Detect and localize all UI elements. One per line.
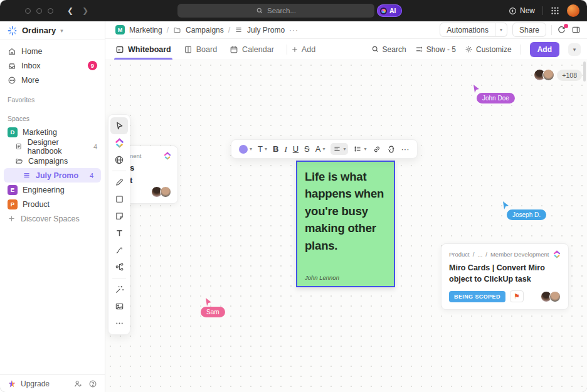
automations-button[interactable]: Automations <box>440 23 495 37</box>
divider <box>287 45 287 55</box>
breadcrumb-more-icon[interactable]: ··· <box>289 26 299 34</box>
breadcrumb-folder[interactable]: Campaigns <box>186 26 224 34</box>
forward-icon[interactable]: ❯ <box>82 6 88 15</box>
customize-button[interactable]: Customize <box>465 45 512 54</box>
invite-user-icon[interactable] <box>73 379 82 388</box>
window-minimize-icon[interactable] <box>36 8 42 14</box>
more-format-button[interactable]: ··· <box>401 144 410 154</box>
vertical-scrollbar[interactable] <box>583 61 586 82</box>
status-badge[interactable]: BEING SCOPED <box>449 291 505 302</box>
image-tool[interactable] <box>110 298 128 315</box>
strikethrough-button[interactable]: S <box>304 144 310 154</box>
global-search-input[interactable]: Search... <box>177 4 374 18</box>
bold-button[interactable]: B <box>273 144 278 154</box>
link-button[interactable] <box>373 145 381 154</box>
italic-button[interactable]: I <box>284 144 287 154</box>
sidebar-item-designer-handbook[interactable]: Designer handbook 4 <box>0 139 105 154</box>
swap-arrows-icon <box>387 145 396 154</box>
show-filter-button[interactable]: Show - 5 <box>415 45 456 54</box>
workspace-logo-icon <box>8 26 18 36</box>
upgrade-label[interactable]: Upgrade <box>21 379 50 388</box>
view-search-button[interactable]: Search <box>371 45 406 54</box>
window-close-icon[interactable] <box>25 8 31 14</box>
apps-grid-icon[interactable] <box>551 6 559 15</box>
add-options-button[interactable]: ▾ <box>568 43 581 56</box>
space-avatar: P <box>8 199 18 209</box>
clickup-logo-icon <box>164 152 171 160</box>
whiteboard-canvas[interactable]: +108 John Doe Joseph D. Sam pment ns nt <box>105 60 587 392</box>
window-controls[interactable] <box>25 8 53 14</box>
sidebar-item-more[interactable]: More <box>0 73 105 87</box>
cursor-label-sam: Sam <box>201 307 225 317</box>
automations-chevron-button[interactable]: ▾ <box>495 23 507 37</box>
breadcrumb-list[interactable]: July Promo <box>247 26 285 34</box>
ai-button[interactable]: AI <box>377 4 402 17</box>
sticky-note-tool[interactable] <box>110 208 128 225</box>
chevron-down-icon: ▾ <box>60 28 63 34</box>
mind-map-tool[interactable] <box>110 258 128 275</box>
tab-calendar[interactable]: Calendar <box>230 39 274 60</box>
breadcrumb-space[interactable]: Marketing <box>129 26 162 34</box>
user-avatar[interactable] <box>567 4 579 17</box>
magic-wand-tool[interactable] <box>110 281 128 298</box>
share-button[interactable]: Share <box>512 23 546 37</box>
shape-tool[interactable] <box>110 191 128 208</box>
assignee-avatar[interactable] <box>549 291 561 302</box>
activity-button[interactable] <box>557 25 566 34</box>
text-color-dropdown[interactable]: A▾ <box>315 144 325 154</box>
underline-button[interactable]: U <box>293 144 299 154</box>
tab-whiteboard[interactable]: Whiteboard <box>115 39 171 60</box>
sidebar-space-engineering[interactable]: E Engineering <box>0 183 105 197</box>
back-icon[interactable]: ❮ <box>67 6 73 15</box>
clickup-ai-tool[interactable] <box>110 134 128 151</box>
pen-tool[interactable] <box>110 174 128 191</box>
divider <box>551 25 552 35</box>
new-button[interactable]: New <box>509 6 535 15</box>
whiteboard-toolbar <box>108 114 130 335</box>
favorites-section-label[interactable]: Favorites <box>0 87 105 106</box>
tab-board[interactable]: Board <box>184 39 217 60</box>
space-avatar[interactable]: M <box>115 25 125 34</box>
task-card[interactable]: Product / ... / Member Development Miro … <box>441 243 569 310</box>
sidebar-space-product[interactable]: P Product <box>0 197 105 211</box>
views-bar: Whiteboard Board Calendar Add <box>105 39 587 60</box>
list-dropdown[interactable]: ▾ <box>354 145 366 153</box>
connector-tool[interactable] <box>110 241 128 258</box>
add-view-button[interactable]: Add <box>291 45 315 54</box>
inbox-icon <box>8 61 16 70</box>
sidebar-item-inbox[interactable]: Inbox 9 <box>0 58 105 73</box>
web-embed-tool[interactable] <box>110 151 128 168</box>
more-tools-button[interactable] <box>110 315 128 332</box>
sidebar-item-discover-spaces[interactable]: Discover Spaces <box>0 211 105 226</box>
add-task-button[interactable]: Add <box>530 42 559 57</box>
sidebar-item-home[interactable]: Home <box>0 44 105 58</box>
sticky-note-text[interactable]: Life is what happens when you're busy ma… <box>305 168 386 254</box>
task-crumb-space: Product <box>449 251 470 258</box>
workspace-switcher[interactable]: Ordinary ▾ <box>0 21 105 40</box>
convert-button[interactable] <box>387 145 396 154</box>
sticky-note-icon <box>115 211 124 221</box>
align-dropdown[interactable]: ▾ <box>331 143 348 155</box>
sidebar-folder-campaigns[interactable]: Campaigns <box>0 154 105 168</box>
task-card-title[interactable]: Miro Cards | Convert Miro object to Clic… <box>449 262 561 285</box>
presence-overflow-count[interactable]: +108 <box>557 70 582 81</box>
priority-flag-button[interactable]: ⚑ <box>510 290 524 302</box>
text-tool[interactable] <box>110 225 128 241</box>
chevron-down-icon: ▾ <box>500 27 502 33</box>
sticky-note[interactable]: Life is what happens when you're busy ma… <box>296 161 395 287</box>
home-icon <box>8 47 16 56</box>
space-avatar: E <box>8 185 18 195</box>
presence-avatars[interactable]: +108 <box>534 69 582 81</box>
sidebar-item-july-promo[interactable]: July Promo 4 <box>4 168 101 183</box>
fill-color-picker[interactable]: ▾ <box>239 145 252 154</box>
help-icon[interactable] <box>88 379 97 388</box>
spaces-section-label[interactable]: Spaces <box>0 106 105 125</box>
select-tool[interactable] <box>110 117 128 134</box>
plus-icon <box>291 46 299 53</box>
globe-icon <box>114 155 124 165</box>
panel-toggle-icon[interactable] <box>571 25 581 34</box>
text-style-dropdown[interactable]: T▾ <box>258 144 267 154</box>
collaborator-avatar[interactable] <box>542 69 554 81</box>
window-maximize-icon[interactable] <box>48 8 53 14</box>
text-icon <box>115 228 124 238</box>
